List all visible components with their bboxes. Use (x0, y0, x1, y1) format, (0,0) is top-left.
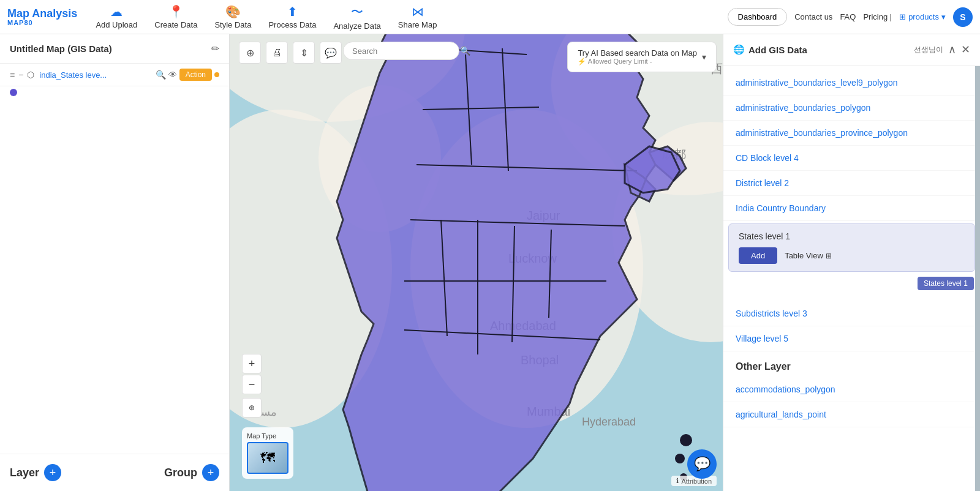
globe-icon: 🌐 (733, 44, 745, 55)
table-view-label: Table View (785, 251, 823, 260)
compass-button[interactable]: ⊕ (242, 398, 262, 418)
action-button[interactable]: Action (179, 69, 212, 81)
states-level-tooltip: States level 1 (918, 277, 974, 290)
nav-analyze-data[interactable]: 〜 Analyze Data (327, 1, 386, 33)
right-panel-title: 🌐 Add GIS Data (733, 44, 807, 55)
layer-label: Layer (10, 467, 39, 479)
crosshair-tool[interactable]: ⊕ (239, 42, 261, 64)
search-icon[interactable]: 🔍 (460, 46, 470, 56)
dashboard-button[interactable]: Dashboard (728, 8, 788, 26)
nav-share-map[interactable]: ⋈ Share Map (392, 2, 443, 32)
map-type-label: Map Type (247, 432, 288, 440)
selected-item-title: States level 1 (739, 231, 965, 241)
zoom-layer-icon[interactable]: 🔍 (156, 70, 166, 80)
comment-tool[interactable]: 💬 (320, 42, 342, 64)
data-item-2[interactable]: administrative_boundaries_polygon (723, 96, 980, 121)
layer-actions: 🔍 👁 Action (156, 69, 219, 81)
data-item-4[interactable]: CD Block level 4 (723, 146, 980, 171)
nav-label-analyze: Analyze Data (333, 21, 380, 31)
pricing-link[interactable]: Pricing | (863, 12, 892, 21)
ai-search-banner[interactable]: Try AI Based search Data on Map ⚡ Allowe… (567, 42, 717, 72)
add-layer-button[interactable]: + (44, 464, 61, 481)
data-list: administrative_boundaries_level9_polygon… (723, 66, 980, 491)
layer-row: ≡ − ⬡ india_States leve... 🔍 👁 Action (0, 64, 229, 86)
chat-widget[interactable]: 💬 (687, 449, 717, 479)
nav-create-data[interactable]: 📍 Create Data (148, 2, 203, 32)
products-button[interactable]: ⊞ products ▾ (899, 12, 946, 21)
table-icon: ⊞ (826, 252, 832, 260)
data-item-6[interactable]: India Country Boundary (723, 196, 980, 221)
brand-sub: MAP80 (7, 19, 77, 26)
right-header-actions: 선생님이 ∧ ✕ (914, 43, 970, 56)
data-item-accommodations[interactable]: accommodations_polygon (723, 377, 980, 402)
layer-type-icon: ⬡ (27, 70, 34, 80)
right-panel-title-text: Add GIS Data (748, 45, 807, 55)
panel-title: Untitled Map (GIS Data) (10, 43, 112, 54)
user-avatar[interactable]: S (953, 7, 973, 27)
right-panel-header: 🌐 Add GIS Data 선생님이 ∧ ✕ (723, 34, 980, 66)
close-icon[interactable]: ✕ (961, 43, 970, 56)
attribution[interactable]: ℹ Attribution (671, 476, 717, 486)
nav-label-process: Process Data (268, 20, 316, 29)
data-item-village[interactable]: Village level 5 (723, 326, 980, 351)
data-item-5[interactable]: District level 2 (723, 171, 980, 196)
map-thumbnail[interactable]: 🗺 (247, 442, 288, 474)
layer-group-left: Layer + (10, 464, 61, 481)
color-dot (10, 89, 17, 96)
brand-name: Map Analysis (7, 8, 77, 19)
create-icon: 📍 (168, 4, 184, 19)
map-type-widget: Map Type 🗺 (242, 427, 293, 479)
brand-logo[interactable]: Map Analysis MAP80 (7, 8, 77, 26)
top-nav: Map Analysis MAP80 ☁ Add Upload 📍 Create… (0, 0, 980, 34)
nav-add-upload[interactable]: ☁ Add Upload (89, 2, 143, 32)
layer-controls: ≡ − ⬡ (10, 70, 34, 80)
table-view-button[interactable]: Table View ⊞ (785, 251, 832, 260)
map-toolbar: ⊕ 🖨 ⇕ 💬 (239, 42, 342, 64)
minus-icon[interactable]: − (18, 70, 23, 80)
data-item-subdistricts[interactable]: Subdistricts level 3 (723, 301, 980, 326)
add-data-button[interactable]: Add (739, 247, 777, 264)
ai-banner-sub: ⚡ Allowed Query Limit - (578, 58, 697, 66)
grid-icon: ⊞ (899, 12, 906, 21)
left-panel: Untitled Map (GIS Data) ✏ ≡ − ⬡ india_St… (0, 34, 230, 491)
map-container[interactable]: الجزائر سعودية إثيوبيا Soomaaliya مسقط J… (0, 34, 980, 491)
zoom-out-button[interactable]: − (242, 375, 262, 394)
selected-item-container: States level 1 Add Table View ⊞ States l… (723, 223, 980, 272)
info-icon: ℹ (676, 477, 679, 485)
process-icon: ⬆ (287, 4, 298, 19)
layer-group-section: Layer + Group + (0, 454, 229, 491)
eye-icon[interactable]: 👁 (168, 70, 177, 80)
search-input[interactable] (352, 47, 455, 56)
svg-point-51 (680, 434, 692, 446)
nav-process-data[interactable]: ⬆ Process Data (262, 2, 322, 32)
badge-dot (214, 72, 219, 77)
add-group-button[interactable]: + (202, 464, 219, 481)
nav-label-create: Create Data (154, 20, 197, 29)
selected-item-expanded: States level 1 Add Table View ⊞ (728, 223, 975, 272)
analyze-icon: 〜 (351, 4, 363, 20)
data-item-3[interactable]: administrative_boundaries_province_polyg… (723, 121, 980, 146)
print-tool[interactable]: 🖨 (266, 42, 288, 64)
right-panel: 🌐 Add GIS Data 선생님이 ∧ ✕ administrative_b… (723, 34, 980, 491)
minimize-icon[interactable]: ∧ (948, 43, 956, 56)
adjust-tool[interactable]: ⇕ (293, 42, 315, 64)
group-right: Group + (164, 464, 219, 481)
data-item-agricultural[interactable]: agricultural_lands_point (723, 402, 980, 427)
data-item-1[interactable]: administrative_boundaries_level9_polygon (723, 70, 980, 96)
style-icon: 🎨 (225, 4, 241, 19)
group-label: Group (164, 467, 197, 479)
upload-icon: ☁ (110, 4, 123, 19)
layer-name[interactable]: india_States leve... (39, 70, 150, 80)
zoom-controls: + − ⊕ (242, 354, 262, 418)
attribution-text: Attribution (681, 478, 712, 485)
header-action-text[interactable]: 선생님이 (914, 45, 943, 55)
faq-link[interactable]: FAQ (840, 12, 856, 21)
products-label: products (908, 12, 939, 21)
zoom-in-button[interactable]: + (242, 354, 262, 373)
color-indicator-row (0, 86, 229, 96)
edit-icon[interactable]: ✏ (211, 43, 219, 54)
nav-style-data[interactable]: 🎨 Style Data (208, 2, 257, 32)
chevron-down-icon[interactable]: ▾ (702, 52, 706, 62)
contact-link[interactable]: Contact us (794, 12, 832, 21)
right-scrollbar[interactable] (975, 66, 980, 491)
